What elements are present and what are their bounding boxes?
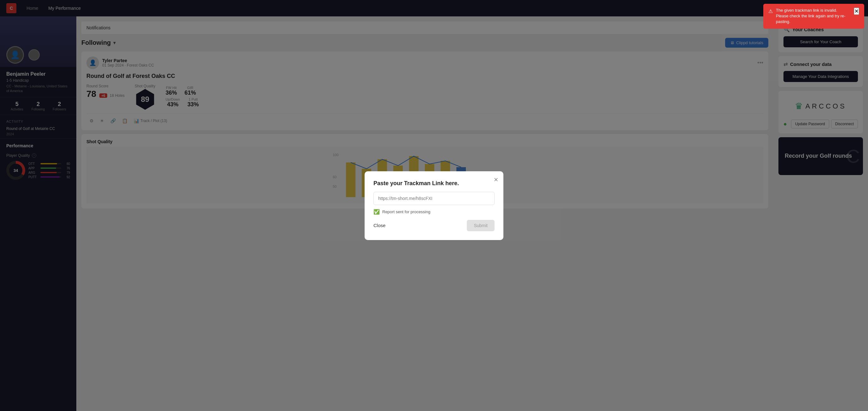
success-check-icon: ✅ <box>373 209 380 215</box>
modal-submit-button[interactable]: Submit <box>467 220 495 231</box>
error-toast: ⚠ The given trackman link is invalid. Pl… <box>763 4 864 29</box>
toast-message: The given trackman link is invalid. Plea… <box>776 7 851 25</box>
success-text: Report sent for processing <box>382 210 430 214</box>
modal-overlay: Paste your Trackman Link here. ✕ ✅ Repor… <box>0 0 868 411</box>
modal-close-button[interactable]: Close <box>373 223 385 228</box>
toast-warning-icon: ⚠ <box>768 8 773 15</box>
success-message-row: ✅ Report sent for processing <box>373 209 495 215</box>
trackman-link-modal: Paste your Trackman Link here. ✕ ✅ Repor… <box>365 171 503 240</box>
toast-close-button[interactable]: ✕ <box>854 7 859 15</box>
modal-title: Paste your Trackman Link here. <box>373 180 495 187</box>
trackman-link-input[interactable] <box>373 192 495 205</box>
modal-footer: Close Submit <box>373 220 495 231</box>
modal-close-icon-button[interactable]: ✕ <box>494 176 498 183</box>
